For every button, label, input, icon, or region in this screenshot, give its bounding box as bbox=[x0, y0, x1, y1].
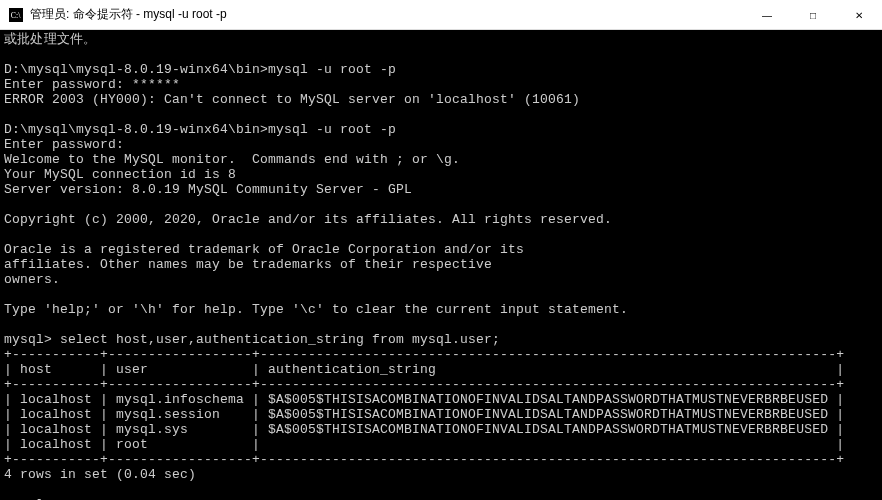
terminal-line bbox=[4, 482, 882, 497]
svg-text:C:\: C:\ bbox=[11, 10, 21, 19]
terminal-line: Type 'help;' or '\h' for help. Type '\c'… bbox=[4, 302, 882, 317]
terminal-line: 4 rows in set (0.04 sec) bbox=[4, 467, 882, 482]
window-controls: — □ ✕ bbox=[744, 0, 882, 29]
terminal-line: Copyright (c) 2000, 2020, Oracle and/or … bbox=[4, 212, 882, 227]
close-button[interactable]: ✕ bbox=[836, 0, 882, 30]
terminal-line: | localhost | mysql.session | $A$005$THI… bbox=[4, 407, 882, 422]
cmd-icon: C:\ bbox=[8, 7, 24, 23]
terminal-line bbox=[4, 287, 882, 302]
terminal-line: Oracle is a registered trademark of Orac… bbox=[4, 242, 882, 257]
terminal-line: Welcome to the MySQL monitor. Commands e… bbox=[4, 152, 882, 167]
terminal-line bbox=[4, 47, 882, 62]
terminal-line: affiliates. Other names may be trademark… bbox=[4, 257, 882, 272]
terminal-line: | localhost | root | | bbox=[4, 437, 882, 452]
terminal-line bbox=[4, 107, 882, 122]
terminal-line: +-----------+------------------+--------… bbox=[4, 347, 882, 362]
titlebar-text: 管理员: 命令提示符 - mysql -u root -p bbox=[30, 6, 744, 23]
minimize-button[interactable]: — bbox=[744, 0, 790, 30]
terminal-line bbox=[4, 197, 882, 212]
terminal-line: +-----------+------------------+--------… bbox=[4, 452, 882, 467]
terminal-line: D:\mysql\mysql-8.0.19-winx64\bin>mysql -… bbox=[4, 62, 882, 77]
terminal-line bbox=[4, 317, 882, 332]
terminal-line: mysql> select host,user,authentication_s… bbox=[4, 332, 882, 347]
terminal-line: Your MySQL connection id is 8 bbox=[4, 167, 882, 182]
terminal-line: owners. bbox=[4, 272, 882, 287]
terminal-line: Enter password: ****** bbox=[4, 77, 882, 92]
terminal-line: ERROR 2003 (HY000): Can't connect to MyS… bbox=[4, 92, 882, 107]
terminal-line: 或批处理文件。 bbox=[4, 32, 882, 47]
terminal-line: Enter password: bbox=[4, 137, 882, 152]
titlebar[interactable]: C:\ 管理员: 命令提示符 - mysql -u root -p — □ ✕ bbox=[0, 0, 882, 30]
terminal-line: Server version: 8.0.19 MySQL Community S… bbox=[4, 182, 882, 197]
maximize-button[interactable]: □ bbox=[790, 0, 836, 30]
terminal-output[interactable]: 或批处理文件。 D:\mysql\mysql-8.0.19-winx64\bin… bbox=[0, 30, 882, 500]
terminal-line: D:\mysql\mysql-8.0.19-winx64\bin>mysql -… bbox=[4, 122, 882, 137]
terminal-line bbox=[4, 227, 882, 242]
terminal-line: | host | user | authentication_string | bbox=[4, 362, 882, 377]
terminal-line: | localhost | mysql.sys | $A$005$THISISA… bbox=[4, 422, 882, 437]
terminal-line: +-----------+------------------+--------… bbox=[4, 377, 882, 392]
terminal-line: | localhost | mysql.infoschema | $A$005$… bbox=[4, 392, 882, 407]
